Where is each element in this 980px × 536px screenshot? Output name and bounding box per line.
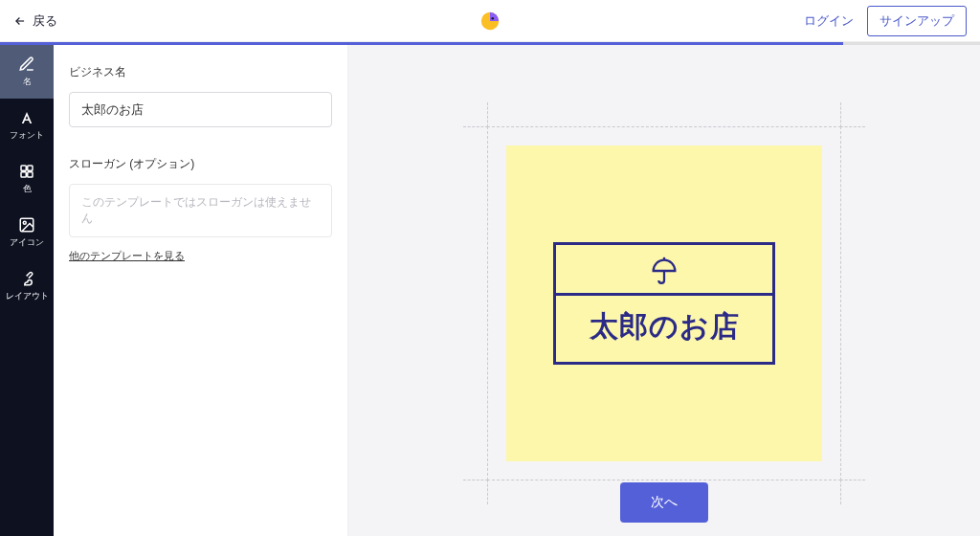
settings-panel: ビジネス名 スローガン (オプション) このテンプレートではスローガンは使えませ… bbox=[54, 45, 348, 536]
palette-icon bbox=[18, 163, 35, 180]
logo-text: 太郎のお店 bbox=[590, 296, 740, 362]
login-link[interactable]: ログイン bbox=[804, 12, 854, 30]
sidebar-item-name[interactable]: 名 bbox=[0, 45, 54, 99]
brand-logo bbox=[479, 11, 501, 32]
back-button[interactable]: 戻る bbox=[13, 12, 57, 30]
svg-rect-5 bbox=[28, 172, 33, 177]
crop-guides: 太郎のお店 bbox=[487, 126, 841, 480]
svg-rect-3 bbox=[28, 166, 33, 170]
sidebar-item-label: フォント bbox=[10, 129, 44, 142]
font-icon bbox=[18, 109, 35, 126]
sidebar-item-font[interactable]: フォント bbox=[0, 99, 54, 152]
svg-point-7 bbox=[23, 221, 26, 224]
umbrella-icon bbox=[648, 255, 680, 287]
svg-rect-4 bbox=[21, 172, 26, 177]
logo-icon-row bbox=[556, 245, 772, 296]
top-header: 戻る ログイン サインアップ bbox=[0, 0, 980, 42]
image-icon bbox=[18, 216, 35, 234]
next-button[interactable]: 次へ bbox=[620, 482, 708, 523]
sidebar-item-label: 名 bbox=[23, 76, 32, 88]
sidebar-item-label: 色 bbox=[23, 183, 32, 195]
sidebar-item-label: レイアウト bbox=[6, 290, 49, 302]
editor-sidebar: 名 フォント 色 アイコン レイアウト bbox=[0, 45, 54, 536]
signup-button[interactable]: サインアップ bbox=[867, 6, 967, 36]
other-templates-link[interactable]: 他のテンプレートを見る bbox=[69, 249, 332, 263]
sidebar-item-icon[interactable]: アイコン bbox=[0, 206, 54, 259]
logo-frame: 太郎のお店 bbox=[553, 242, 775, 365]
edit-icon bbox=[18, 56, 35, 73]
sidebar-item-layout[interactable]: レイアウト bbox=[0, 259, 54, 313]
slogan-label: スローガン (オプション) bbox=[69, 156, 332, 172]
logo-artboard[interactable]: 太郎のお店 bbox=[506, 145, 822, 461]
slogan-input: このテンプレートではスローガンは使えません bbox=[69, 184, 332, 237]
sidebar-item-label: アイコン bbox=[10, 236, 44, 249]
preview-canvas: 太郎のお店 次へ bbox=[348, 45, 980, 536]
back-label: 戻る bbox=[33, 12, 57, 30]
header-actions: ログイン サインアップ bbox=[804, 6, 967, 36]
svg-point-1 bbox=[491, 16, 494, 19]
business-name-input[interactable] bbox=[69, 92, 332, 127]
arrow-left-icon bbox=[13, 14, 27, 28]
sidebar-item-color[interactable]: 色 bbox=[0, 152, 54, 206]
business-name-label: ビジネス名 bbox=[69, 64, 332, 80]
svg-rect-2 bbox=[21, 166, 26, 170]
brush-icon bbox=[18, 270, 35, 287]
